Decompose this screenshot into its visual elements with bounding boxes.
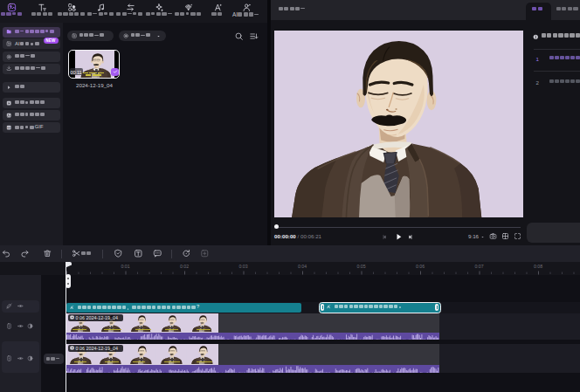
svg-text:GIF: GIF <box>7 127 11 129</box>
